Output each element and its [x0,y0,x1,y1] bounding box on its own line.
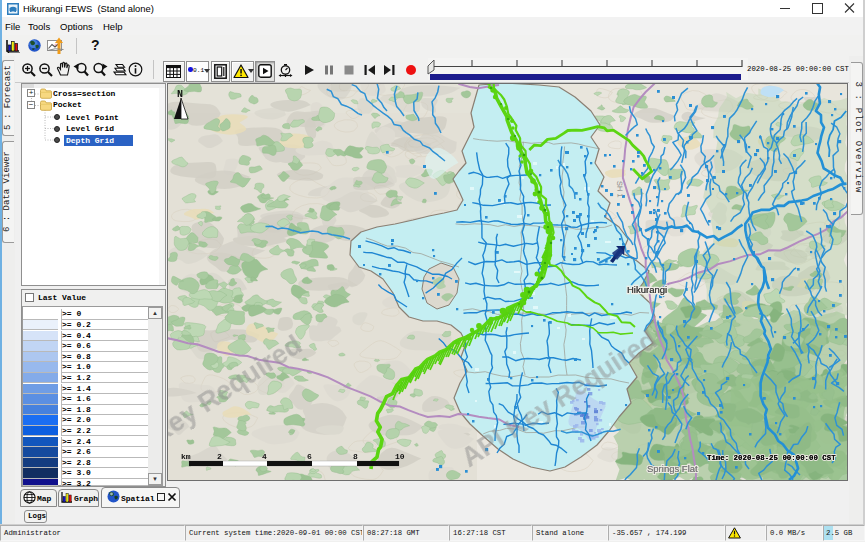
svg-text:8: 8 [353,452,358,461]
svg-text:km: km [181,452,191,461]
svg-text:SH 1: SH 1 [615,181,625,198]
svg-text:Springs Flat: Springs Flat [647,463,698,474]
svg-text:2: 2 [217,452,222,461]
svg-text:6: 6 [307,452,312,461]
svg-text:Hikurangi: Hikurangi [627,284,667,295]
svg-text:N: N [177,89,183,100]
svg-text:10: 10 [395,452,405,461]
svg-text:4: 4 [262,452,267,461]
svg-text:Time: 2020-08-25 00:00:00 CST: Time: 2020-08-25 00:00:00 CST [707,454,836,462]
